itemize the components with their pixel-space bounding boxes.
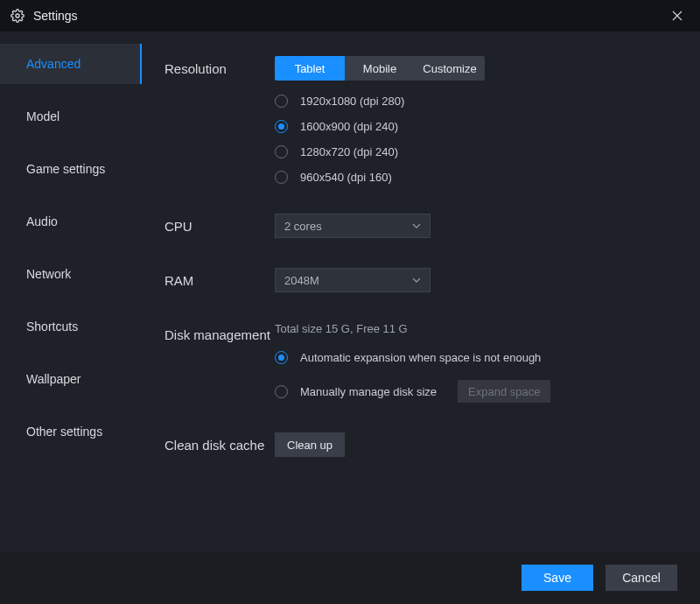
sidebar-item-label: Model xyxy=(26,109,60,123)
sidebar-item-other-settings[interactable]: Other settings xyxy=(0,411,142,452)
ram-select-value: 2048M xyxy=(284,274,319,287)
disk-option-auto[interactable]: Automatic expansion when space is not en… xyxy=(275,351,676,364)
radio-icon xyxy=(275,145,288,158)
row-cpu: CPU 2 cores xyxy=(164,214,676,238)
sidebar-item-label: Game settings xyxy=(26,162,105,176)
sidebar-item-label: Wallpaper xyxy=(26,372,81,386)
disk-label: Disk management xyxy=(164,322,275,345)
radio-icon xyxy=(275,171,288,184)
save-button[interactable]: Save xyxy=(522,565,593,591)
resolution-option-label: 1920x1080 (dpi 280) xyxy=(300,95,404,108)
sidebar-item-network[interactable]: Network xyxy=(0,254,142,294)
tab-customize[interactable]: Customize xyxy=(415,56,485,81)
tab-tablet[interactable]: Tablet xyxy=(275,56,345,81)
cancel-button[interactable]: Cancel xyxy=(606,565,677,591)
sidebar: Advanced Model Game settings Audio Netwo… xyxy=(0,32,142,551)
sidebar-item-wallpaper[interactable]: Wallpaper xyxy=(0,359,142,399)
resolution-options: 1920x1080 (dpi 280) 1600x900 (dpi 240) 1… xyxy=(275,95,676,184)
disk-mode-options: Automatic expansion when space is not en… xyxy=(275,351,676,403)
expand-space-button[interactable]: Expand space xyxy=(458,380,550,403)
radio-icon xyxy=(275,351,288,364)
tab-mobile[interactable]: Mobile xyxy=(345,56,415,81)
svg-point-0 xyxy=(16,14,19,18)
disk-option-label: Manually manage disk size xyxy=(300,385,437,398)
sidebar-item-shortcuts[interactable]: Shortcuts xyxy=(0,306,142,347)
resolution-option[interactable]: 1280x720 (dpi 240) xyxy=(275,145,676,158)
sidebar-item-label: Other settings xyxy=(26,425,102,439)
sidebar-item-label: Audio xyxy=(26,214,58,228)
radio-icon xyxy=(275,95,288,108)
ram-select[interactable]: 2048M xyxy=(275,268,430,292)
sidebar-item-audio[interactable]: Audio xyxy=(0,201,142,242)
resolution-label: Resolution xyxy=(164,56,275,79)
footer: Save Cancel xyxy=(0,551,700,604)
sidebar-item-label: Advanced xyxy=(26,57,80,71)
row-clean-cache: Clean disk cache Clean up xyxy=(164,432,676,457)
disk-option-manual[interactable]: Manually manage disk size Expand space xyxy=(275,380,676,403)
sidebar-item-game-settings[interactable]: Game settings xyxy=(0,149,142,189)
close-button[interactable] xyxy=(665,4,690,28)
disk-status-text: Total size 15 G, Free 11 G xyxy=(275,322,676,335)
resolution-option[interactable]: 1600x900 (dpi 240) xyxy=(275,120,676,133)
clean-up-button[interactable]: Clean up xyxy=(275,432,345,457)
sidebar-item-label: Network xyxy=(26,267,71,281)
row-disk: Disk management Total size 15 G, Free 11… xyxy=(164,322,676,403)
cpu-select-value: 2 cores xyxy=(284,220,322,233)
window-title: Settings xyxy=(33,9,78,23)
clean-cache-label: Clean disk cache xyxy=(164,432,275,455)
resolution-option[interactable]: 960x540 (dpi 160) xyxy=(275,171,676,184)
titlebar: Settings xyxy=(0,0,700,32)
chevron-down-icon xyxy=(412,223,421,228)
resolution-option-label: 1280x720 (dpi 240) xyxy=(300,145,398,158)
sidebar-item-advanced[interactable]: Advanced xyxy=(0,44,142,84)
radio-icon xyxy=(275,385,288,398)
settings-window: Settings Advanced Model Game settings Au… xyxy=(0,0,700,604)
settings-icon xyxy=(10,9,24,23)
cpu-label: CPU xyxy=(164,214,275,236)
resolution-option-label: 960x540 (dpi 160) xyxy=(300,171,392,184)
sidebar-item-model[interactable]: Model xyxy=(0,96,142,137)
resolution-option-label: 1600x900 (dpi 240) xyxy=(300,120,398,133)
sidebar-item-label: Shortcuts xyxy=(26,320,78,334)
content-panel: Resolution Tablet Mobile Customize 1920x… xyxy=(142,32,700,551)
resolution-option[interactable]: 1920x1080 (dpi 280) xyxy=(275,95,676,108)
cpu-select[interactable]: 2 cores xyxy=(275,214,430,238)
disk-option-label: Automatic expansion when space is not en… xyxy=(300,351,541,364)
resolution-mode-tabs: Tablet Mobile Customize xyxy=(275,56,485,81)
radio-icon xyxy=(275,120,288,133)
close-icon xyxy=(672,11,682,21)
row-ram: RAM 2048M xyxy=(164,268,676,292)
chevron-down-icon xyxy=(412,277,421,283)
row-resolution: Resolution Tablet Mobile Customize 1920x… xyxy=(164,56,676,184)
ram-label: RAM xyxy=(164,268,275,291)
